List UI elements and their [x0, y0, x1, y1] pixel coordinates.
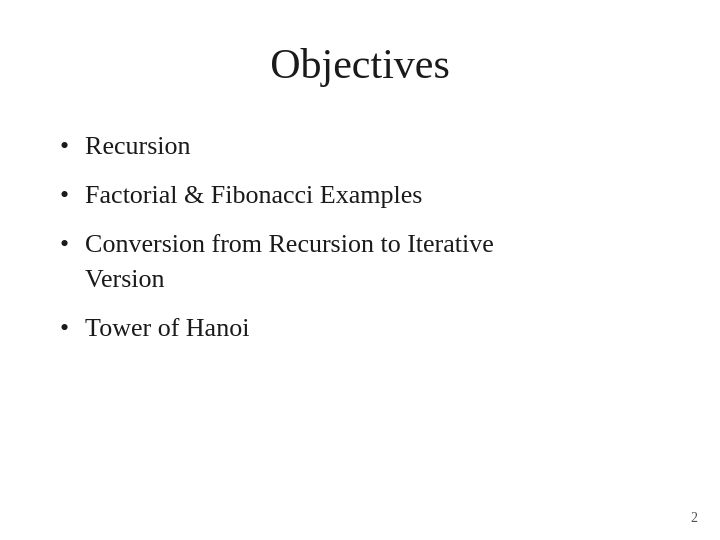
- bullet-list: • Recursion • Factorial & Fibonacci Exam…: [60, 128, 660, 345]
- bullet-dot: •: [60, 128, 69, 163]
- bullet-text-multiline: Conversion from Recursion to Iterative V…: [85, 226, 660, 296]
- bullet-text: Tower of Hanoi: [85, 310, 660, 345]
- list-item: • Recursion: [60, 128, 660, 163]
- slide-title: Objectives: [60, 40, 660, 88]
- bullet-dot: •: [60, 226, 69, 261]
- bullet-dot: •: [60, 310, 69, 345]
- list-item: • Conversion from Recursion to Iterative…: [60, 226, 660, 296]
- conversion-line2: Version: [85, 264, 164, 293]
- page-number: 2: [691, 510, 698, 526]
- conversion-line1: Conversion from Recursion to Iterative: [85, 229, 494, 258]
- list-item: • Tower of Hanoi: [60, 310, 660, 345]
- bullet-dot: •: [60, 177, 69, 212]
- bullet-text: Factorial & Fibonacci Examples: [85, 177, 660, 212]
- slide: Objectives • Recursion • Factorial & Fib…: [0, 0, 720, 540]
- bullet-text: Recursion: [85, 128, 660, 163]
- list-item: • Factorial & Fibonacci Examples: [60, 177, 660, 212]
